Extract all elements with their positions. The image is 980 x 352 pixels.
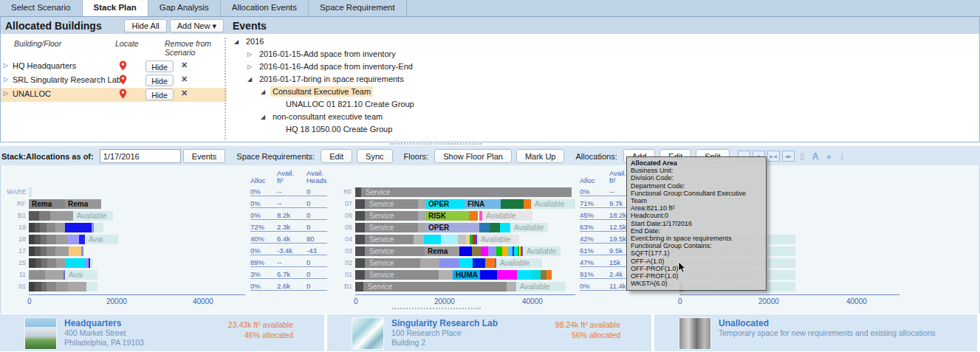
allocation-segment[interactable] [439,270,453,280]
allocation-segment[interactable]: Available [516,282,566,291]
allocation-segment[interactable]: FINA [465,199,501,209]
allocation-segment[interactable]: Service [361,187,572,197]
allocation-segment[interactable] [69,246,81,256]
allocation-segment[interactable] [485,258,495,268]
allocation-segment[interactable] [39,211,50,221]
expand-icon[interactable]: ▷ [4,76,8,83]
allocation-segment[interactable] [35,235,41,244]
allocation-segment[interactable] [355,270,365,280]
font-decrease-icon[interactable]: a [823,151,835,161]
allocation-segment[interactable] [29,246,35,256]
allocation-segment[interactable] [473,258,485,268]
remove-from-scenario-icon[interactable]: ✕ [181,61,188,70]
building-row[interactable]: ▷UNALLOCHide✕ [1,88,227,102]
bar-height-icon[interactable]: ▯ [797,151,808,161]
allocation-segment[interactable] [29,223,35,232]
allocation-segment[interactable]: Service [365,235,414,244]
allocation-segment[interactable] [497,270,517,280]
allocation-segment[interactable] [355,199,365,209]
tab-allocation-events[interactable]: Allocation Events [221,0,309,16]
allocation-segment[interactable] [35,223,40,232]
expand-icon[interactable]: ▷ [4,62,8,69]
allocation-segment[interactable] [29,187,32,197]
allocation-segment[interactable] [469,211,478,221]
allocation-segment[interactable] [50,211,73,221]
allocation-segment[interactable] [472,246,481,256]
allocation-segment[interactable] [29,235,35,244]
font-increase-icon[interactable]: A [810,151,821,161]
allocations-date-input[interactable] [100,149,181,163]
horizontal-splitter-handle[interactable] [390,143,482,145]
allocation-segment[interactable] [35,246,41,256]
allocation-segment[interactable] [65,258,86,268]
tree-collapsed-icon[interactable]: ▷ [247,51,257,58]
allocation-segment[interactable]: Service [365,223,418,232]
allocation-segment[interactable]: Available [482,211,532,221]
allocation-segment[interactable] [420,258,439,268]
add-new-button[interactable]: Add New ▾ [170,19,224,32]
allocation-segment[interactable] [47,235,56,244]
allocation-segment[interactable] [546,270,552,280]
tab-select-scenario[interactable]: Select Scenario [0,0,83,16]
allocation-segment[interactable] [479,223,490,232]
space-requirements-edit-button[interactable]: Edit [321,149,352,163]
building-row[interactable]: ▷SRL Singularity Research LabHide✕ [1,74,227,88]
hide-all-button[interactable]: Hide All [124,19,166,32]
tree-item[interactable]: ◢2016-01-17-bring in space requirements [247,75,406,87]
allocation-segment[interactable] [47,223,55,232]
allocation-segment[interactable]: Rema [29,199,65,209]
tree-item[interactable]: ◢2016 [234,37,266,49]
remove-from-scenario-icon[interactable]: ✕ [181,75,188,84]
tree-item[interactable]: HQ 18 1050.00 Create Group [274,125,394,137]
allocation-segment[interactable]: Service [365,211,418,221]
allocation-segment[interactable] [418,223,425,232]
allocation-segment[interactable] [40,223,47,232]
allocation-segment[interactable] [355,211,365,221]
space-requirements-sync-button[interactable]: Sync [357,149,392,163]
allocation-segment[interactable]: Avai [85,235,118,244]
tab-gap-analysis[interactable]: Gap Analysis [148,0,221,16]
allocation-segment[interactable]: RISK [425,211,469,221]
remove-from-scenario-icon[interactable]: ✕ [181,89,188,98]
allocation-segment[interactable] [441,235,458,244]
allocation-segment[interactable]: HUMA [453,270,480,280]
building-card-hq[interactable]: Headquarters400 Market StreetPhiladelphi… [0,314,324,351]
allocation-segment[interactable]: Service [365,199,418,209]
allocation-segment[interactable]: Available [73,211,113,221]
allocation-segment[interactable] [41,246,47,256]
allocation-segment[interactable]: OPER [425,223,479,232]
hide-button[interactable]: Hide [145,75,174,86]
allocation-segment[interactable] [480,270,497,280]
allocation-segment[interactable]: Service [365,258,420,268]
tree-expanded-icon[interactable]: ◢ [261,89,270,95]
allocation-segment[interactable] [94,223,103,232]
tree-item[interactable]: ▷2016-01-15-Add space from inventory [247,49,398,62]
allocation-segment[interactable] [29,270,45,280]
allocation-segment[interactable] [41,258,47,268]
allocation-segment[interactable] [418,199,425,209]
allocation-segment[interactable]: Rema [65,199,101,209]
allocation-segment[interactable] [56,235,67,244]
tree-collapsed-icon[interactable]: ▷ [247,63,257,70]
allocation-segment[interactable] [41,235,47,244]
tree-item[interactable]: ◢non-consultant executive team [261,112,385,125]
allocation-segment[interactable] [47,246,55,256]
tree-item[interactable]: ▷2016-01-16-Add space from inventory-End [247,62,415,75]
allocation-segment[interactable]: Available [510,223,548,232]
allocation-segment[interactable] [507,282,516,291]
allocation-segment[interactable] [355,187,361,197]
allocation-segment[interactable] [517,270,531,280]
allocation-segment[interactable]: Rema [425,246,459,256]
allocation-segment[interactable] [67,235,79,244]
allocation-segment[interactable] [55,246,69,256]
tree-expanded-icon[interactable]: ◢ [247,76,257,83]
allocation-segment[interactable] [29,211,39,221]
allocation-segment[interactable] [35,282,41,291]
allocation-segment[interactable] [439,258,459,268]
allocation-segment[interactable] [459,246,472,256]
allocation-segment[interactable] [488,246,496,256]
allocation-segment[interactable]: Service [363,282,507,291]
allocation-segment[interactable] [56,258,65,268]
hide-button[interactable]: Hide [145,61,174,72]
horizontal-splitter-handle-bottom[interactable] [392,308,481,309]
